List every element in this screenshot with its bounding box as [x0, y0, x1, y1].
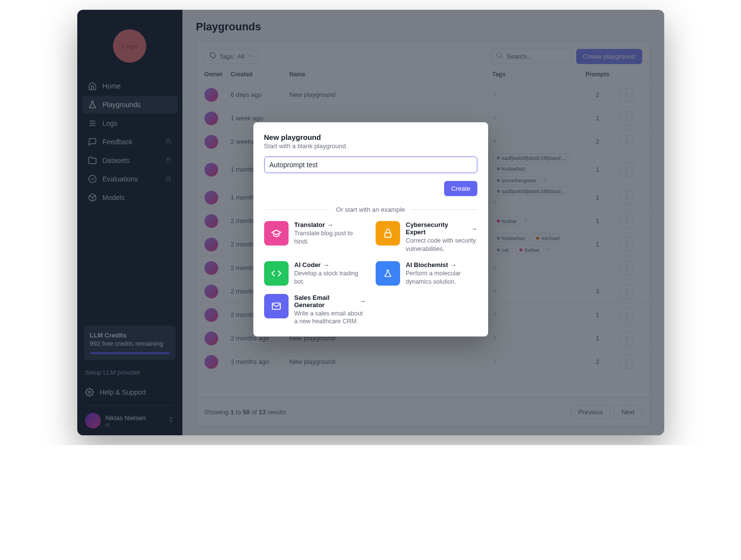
lock-icon [376, 221, 400, 246]
app-window: Logo Home Playgrounds Logs Feedback Data… [77, 10, 664, 435]
examples-grid: Translator → Translate blog post to hind… [264, 221, 477, 326]
modal-create-button[interactable]: Create [444, 181, 477, 196]
arrow-right-icon: → [327, 221, 333, 228]
example-template[interactable]: AI Biochemist → Perform a molecular dyna… [376, 261, 477, 286]
example-title: Translator → [294, 221, 366, 228]
example-desc: Translate blog post to hindi. [294, 229, 366, 246]
flask-icon [376, 261, 400, 286]
modal-subtitle: Start with a blank playground. [264, 142, 477, 150]
example-desc: Perform a molecular dynamics solution. [406, 269, 477, 286]
example-template[interactable]: AI Coder → Develop a stock trading bot. [264, 261, 366, 286]
mail-icon [264, 294, 289, 318]
arrow-right-icon: → [323, 261, 329, 269]
example-title: Cybersecurity Expert → [406, 221, 477, 236]
example-title: AI Biochemist → [406, 261, 477, 269]
arrow-right-icon: → [471, 225, 477, 232]
example-desc: Write a sales email about a new healthca… [294, 310, 366, 326]
arrow-right-icon: → [359, 297, 366, 305]
example-template[interactable]: Sales Email Generator → Write a sales em… [264, 294, 366, 326]
arrow-right-icon: → [450, 261, 456, 269]
modal-title: New playground [264, 133, 477, 141]
example-desc: Develop a stock trading bot. [294, 269, 366, 286]
example-title: AI Coder → [294, 261, 366, 269]
example-title: Sales Email Generator → [294, 294, 366, 309]
example-template[interactable]: Translator → Translate blog post to hind… [264, 221, 366, 253]
modal-overlay[interactable]: New playground Start with a blank playgr… [77, 10, 664, 435]
examples-divider: Or start with an example [264, 206, 477, 213]
grad-cap-icon [264, 221, 289, 246]
new-playground-modal: New playground Start with a blank playgr… [253, 122, 488, 336]
playground-name-input[interactable] [264, 157, 477, 173]
svg-rect-48 [384, 233, 391, 237]
code-icon [264, 261, 289, 286]
example-desc: Correct code with security vulnerabiliti… [406, 237, 477, 253]
example-template[interactable]: Cybersecurity Expert → Correct code with… [376, 221, 477, 253]
